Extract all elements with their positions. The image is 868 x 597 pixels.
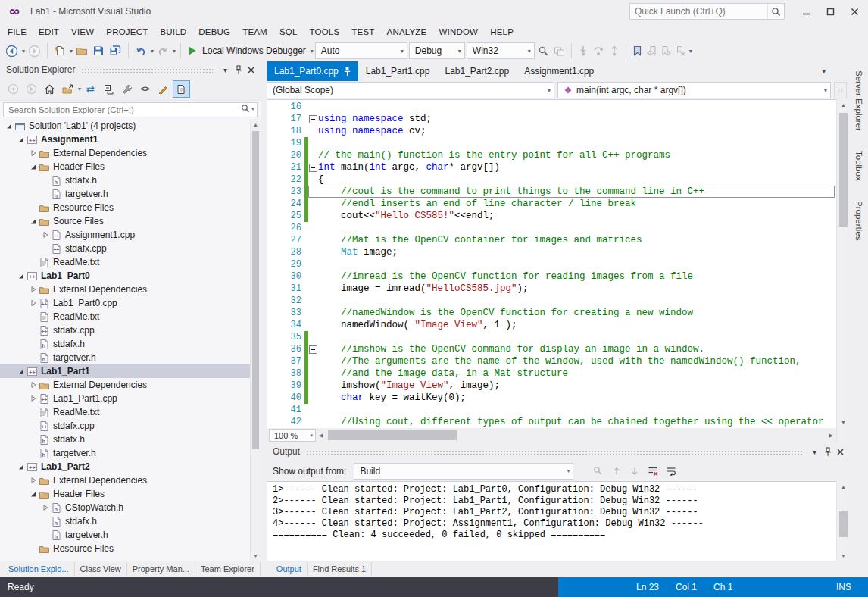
code-line-18[interactable]: 18using namespace cv; <box>267 125 836 137</box>
menu-team[interactable]: TEAM <box>236 25 273 39</box>
tab-lab1-part0-cpp[interactable]: Lab1_Part0.cpp <box>267 61 358 81</box>
panel-tab-class-view[interactable]: Class View <box>75 562 127 576</box>
tree-item-lab1-part1[interactable]: ++Lab1_Part1 <box>0 364 253 378</box>
expanded-arrow-icon[interactable] <box>15 271 27 280</box>
collapsed-arrow-icon[interactable] <box>27 285 39 294</box>
pin-icon[interactable] <box>344 67 351 77</box>
scroll-up-icon[interactable]: ▲ <box>837 481 850 492</box>
navigate-backward-dropdown-icon[interactable]: ▾ <box>22 48 25 55</box>
breakpoint-margin[interactable] <box>267 416 279 428</box>
sync-with-active-document-icon[interactable]: ⇄ <box>82 80 99 98</box>
tab-assignment1-cpp[interactable]: Assignment1.cpp <box>517 61 601 81</box>
next-bookmark-icon[interactable] <box>660 42 673 60</box>
previous-message-icon[interactable] <box>608 463 624 479</box>
search-options-dropdown-icon[interactable]: ▾ <box>251 105 254 112</box>
breakpoint-margin[interactable] <box>267 283 279 295</box>
tree-item-assignment1[interactable]: ++Assignment1 <box>0 133 253 146</box>
undo-icon[interactable] <box>133 42 148 60</box>
pin-icon[interactable] <box>232 64 245 77</box>
tree-item-lab1-part0-cpp[interactable]: ++Lab1_Part0.cpp <box>0 296 253 310</box>
window-position-icon[interactable]: ▾ <box>219 64 232 77</box>
start-debug-button[interactable] <box>186 42 198 60</box>
tree-item-stdafx-cpp[interactable]: ++stdafx.cpp <box>0 324 253 337</box>
tree-item-stdafx-cpp[interactable]: ++stdafx.cpp <box>0 419 253 433</box>
toggle-word-wrap-icon[interactable] <box>663 463 679 479</box>
tree-item-resource-files[interactable]: Resource Files <box>0 542 253 555</box>
redo-dropdown-icon[interactable]: ▾ <box>173 48 176 55</box>
menu-file[interactable]: FILE <box>2 25 33 39</box>
code-line-29[interactable]: 29 <box>267 258 836 270</box>
code-line-21[interactable]: 21int main(int argc, char* argv[]) <box>267 161 836 173</box>
breakpoint-margin[interactable] <box>267 137 279 149</box>
menu-debug[interactable]: DEBUG <box>192 25 236 39</box>
preview-selected-items-icon[interactable]: <> <box>136 80 154 98</box>
solution-configuration-select[interactable]: Debug▾ <box>409 42 465 59</box>
scrollbar-thumb[interactable] <box>839 511 848 537</box>
debug-target-dropdown-icon[interactable]: ▾ <box>311 48 314 55</box>
code-line-32[interactable]: 32 <box>267 295 836 307</box>
breakpoint-margin[interactable] <box>267 173 279 186</box>
code-line-38[interactable]: 38//and the image data, in a Mat structu… <box>267 367 836 380</box>
toggle-bookmark-icon[interactable] <box>631 42 644 60</box>
tree-item-source-files[interactable]: Source Files <box>0 214 253 228</box>
breakpoint-margin[interactable] <box>267 367 279 380</box>
panel-tab-property-man[interactable]: Property Man... <box>127 562 195 576</box>
tree-item-solution-lab1-4-projects[interactable]: Solution 'Lab1' (4 projects) <box>0 119 253 133</box>
code-line-24[interactable]: 24//endl inserts an end of line characte… <box>267 198 836 210</box>
tree-item-targetver-h[interactable]: htargetver.h <box>0 446 253 460</box>
breakpoint-margin[interactable] <box>267 331 279 343</box>
panel-tab-output[interactable]: Output <box>271 562 308 576</box>
tree-item-readme-txt[interactable]: ReadMe.txt <box>0 255 253 269</box>
tree-item-stdafx-h[interactable]: hstdafx.h <box>0 514 253 528</box>
close-panel-icon[interactable] <box>834 445 847 458</box>
code-line-20[interactable]: 20// the main() function is the entry po… <box>267 149 836 161</box>
tree-item-stdafx-h[interactable]: hstdafx.h <box>0 337 253 351</box>
back-icon[interactable] <box>5 80 22 98</box>
member-select[interactable]: main(int argc, char * argv[])▾ <box>557 82 831 98</box>
code-line-34[interactable]: 34namedWindow( "Image View", 1 ); <box>267 319 836 331</box>
show-all-files-icon[interactable] <box>173 80 190 98</box>
code-line-31[interactable]: 31image = imread("HelloCS585.jpg"); <box>267 283 836 295</box>
breakpoint-margin[interactable] <box>267 258 279 270</box>
breakpoint-margin[interactable] <box>267 198 279 210</box>
breakpoint-margin[interactable] <box>267 246 279 258</box>
solution-platform-select[interactable]: Win32▾ <box>467 42 535 59</box>
search-icon[interactable] <box>767 4 784 19</box>
undo-dropdown-icon[interactable]: ▾ <box>151 48 154 55</box>
breakpoint-margin[interactable] <box>267 234 279 246</box>
output-scrollbar[interactable]: ▲ ▼ <box>836 481 850 561</box>
fold-marker-icon[interactable] <box>308 161 318 173</box>
tree-item-lab1-part0[interactable]: ++Lab1_Part0 <box>0 269 253 283</box>
home-icon[interactable] <box>41 80 58 98</box>
next-message-icon[interactable] <box>626 463 642 479</box>
scroll-down-icon[interactable]: ▼ <box>251 550 261 561</box>
collapsed-arrow-icon[interactable] <box>39 230 51 239</box>
code-line-17[interactable]: 17using namespace std; <box>267 113 836 125</box>
code-line-39[interactable]: 39imshow("Image View", image); <box>267 380 836 392</box>
open-file-icon[interactable] <box>74 42 89 60</box>
solution-explorer-scrollbar[interactable]: ▲ ▼ <box>250 119 261 561</box>
breakpoint-margin[interactable] <box>267 343 279 355</box>
quick-launch-input[interactable] <box>630 6 767 17</box>
collapsed-arrow-icon[interactable] <box>27 298 39 308</box>
side-tab-toolbox[interactable]: Toolbox <box>854 145 863 187</box>
fold-marker-icon[interactable] <box>308 343 318 355</box>
clear-bookmarks-icon[interactable] <box>674 42 687 60</box>
breakpoint-margin[interactable] <box>267 404 279 416</box>
expanded-arrow-icon[interactable] <box>27 489 39 499</box>
navigate-backward-icon[interactable] <box>4 42 20 60</box>
tree-item-header-files[interactable]: Header Files <box>0 487 253 501</box>
quick-launch-box[interactable] <box>629 3 785 20</box>
output-text[interactable]: 1>------ Clean started: Project: Lab1_Pa… <box>267 481 836 561</box>
tree-item-stdafx-h[interactable]: hstdafx.h <box>0 173 253 187</box>
menu-window[interactable]: WINDOW <box>432 25 484 39</box>
maximize-button[interactable] <box>818 2 842 21</box>
breakpoint-margin[interactable] <box>267 295 279 307</box>
side-tab-properties[interactable]: Properties <box>854 195 863 246</box>
scroll-right-icon[interactable]: ▶ <box>826 428 836 442</box>
collapse-all-icon[interactable] <box>100 80 117 98</box>
split-window-icon[interactable]: □ <box>834 82 847 98</box>
previous-bookmark-icon[interactable] <box>645 42 658 60</box>
tree-item-external-dependencies[interactable]: External Dependencies <box>0 146 253 160</box>
code-line-25[interactable]: 25cout<<"Hello CS585!"<<endl; <box>267 210 836 222</box>
